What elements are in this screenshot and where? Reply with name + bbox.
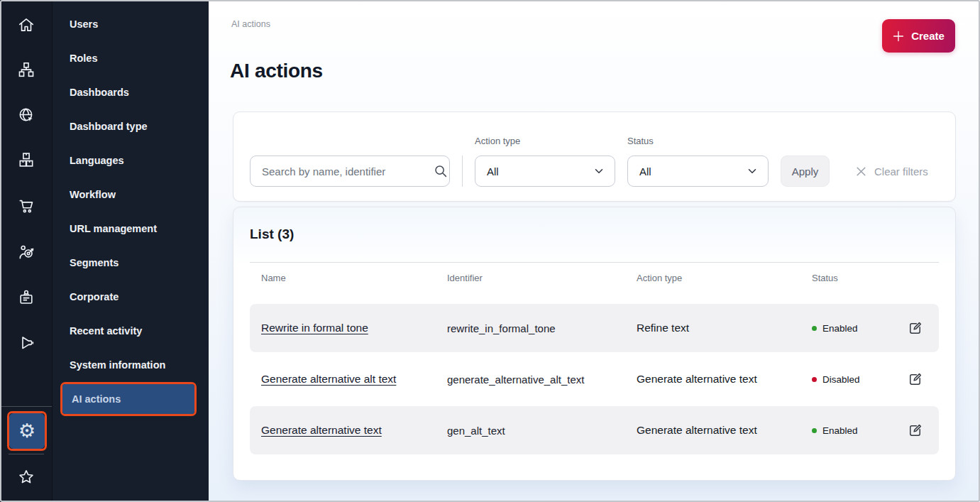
table-row: Rewrite in formal tone rewrite_in_formal… [250, 304, 939, 352]
close-icon [855, 165, 867, 178]
rail-divider [0, 406, 52, 407]
action-type-label: Action type [475, 136, 520, 146]
sidebar-item-languages[interactable]: Languages [53, 143, 209, 178]
filter-panel: Action type All Status All Apply Clear [233, 111, 956, 202]
edit-icon[interactable] [908, 321, 923, 336]
status-select[interactable]: All [627, 155, 769, 187]
column-header-identifier: Identifier [447, 273, 637, 283]
packages-icon[interactable] [16, 150, 35, 169]
clear-filters-label: Clear filters [874, 165, 928, 178]
hierarchy-icon[interactable] [16, 60, 35, 79]
search-icon[interactable] [434, 164, 448, 178]
status-value: All [639, 165, 651, 178]
goal-icon[interactable] [16, 242, 35, 261]
row-name-link[interactable]: Generate alternative alt text [261, 373, 396, 385]
sidebar-item-roles[interactable]: Roles [53, 41, 209, 75]
table-row: Generate alternative alt text generate_a… [250, 355, 939, 403]
badge-icon[interactable] [16, 288, 35, 307]
row-identifier: gen_alt_text [447, 425, 637, 437]
highlight-annotation: ⚙ [7, 411, 47, 451]
app-window: ⚙ Users Roles Dashboards Dashboard type … [0, 0, 980, 502]
column-header-status: Status [812, 273, 908, 283]
plus-icon [893, 31, 904, 42]
search-input[interactable] [250, 155, 450, 187]
settings-icon[interactable]: ⚙ [9, 413, 45, 449]
main-content: AI actions Create AI actions Action type… [209, 0, 980, 502]
favorites-icon[interactable] [16, 467, 35, 486]
rail-divider [9, 454, 44, 454]
sidebar-item-system-information[interactable]: System information [53, 348, 209, 382]
home-icon[interactable] [16, 15, 35, 34]
sidebar-item-recent-activity[interactable]: Recent activity [53, 314, 209, 348]
edit-icon[interactable] [908, 372, 923, 387]
list-title: List (3) [250, 227, 294, 242]
row-identifier: generate_alternative_alt_text [447, 373, 637, 386]
filter-divider [462, 155, 463, 187]
breadcrumb: AI actions [231, 19, 270, 29]
table-body: Rewrite in formal tone rewrite_in_formal… [250, 304, 939, 454]
action-type-select[interactable]: All [475, 155, 615, 187]
status-dot [812, 377, 817, 382]
page-title: AI actions [230, 60, 323, 82]
sidebar-item-users[interactable]: Users [53, 7, 209, 41]
clear-filters-button[interactable]: Clear filters [855, 155, 928, 187]
sidebar-item-ai-actions[interactable]: AI actions [62, 384, 194, 414]
column-header-name: Name [261, 273, 447, 283]
sidebar-item-dashboard-type[interactable]: Dashboard type [53, 109, 209, 143]
chevron-down-icon [747, 165, 758, 177]
globe-icon[interactable] [16, 105, 35, 124]
list-divider [250, 262, 939, 263]
row-action-type: Generate alternative text [637, 424, 812, 437]
sidebar-item-url-management[interactable]: URL management [53, 212, 209, 246]
status-text: Disabled [822, 374, 860, 385]
chevron-down-icon [593, 165, 605, 177]
megaphone-icon[interactable] [16, 333, 35, 352]
status-badge: Enabled [812, 323, 908, 334]
sidebar-item-dashboards[interactable]: Dashboards [53, 75, 209, 109]
column-header-action-type: Action type [637, 273, 812, 283]
icon-rail: ⚙ [0, 0, 52, 502]
row-name-link[interactable]: Generate alternative text [261, 424, 382, 436]
create-button-label: Create [911, 30, 945, 42]
settings-menu: Users Roles Dashboards Dashboard type La… [52, 0, 209, 502]
status-dot [812, 428, 817, 433]
row-name-link[interactable]: Rewrite in formal tone [261, 322, 368, 334]
row-action-type: Generate alternative text [637, 373, 812, 386]
status-text: Enabled [822, 425, 858, 436]
row-identifier: rewrite_in_formal_tone [447, 322, 637, 334]
create-button[interactable]: Create [882, 19, 955, 53]
status-badge: Enabled [812, 425, 908, 436]
table-row: Generate alternative text gen_alt_text G… [250, 406, 939, 454]
highlight-annotation: AI actions [60, 382, 197, 416]
list-panel: List (3) Name Identifier Action type Sta… [233, 207, 956, 481]
apply-button[interactable]: Apply [781, 155, 830, 187]
cart-icon[interactable] [16, 196, 35, 215]
status-badge: Disabled [812, 374, 908, 385]
table-header: Name Identifier Action type Status [250, 270, 939, 285]
edit-icon[interactable] [908, 423, 923, 438]
status-label: Status [627, 136, 654, 146]
status-dot [812, 326, 817, 331]
sidebar-item-segments[interactable]: Segments [53, 246, 209, 280]
sidebar-item-corporate[interactable]: Corporate [53, 280, 209, 314]
action-type-value: All [487, 165, 499, 178]
status-text: Enabled [822, 323, 858, 334]
sidebar-item-workflow[interactable]: Workflow [53, 178, 209, 212]
row-action-type: Refine text [637, 322, 812, 334]
